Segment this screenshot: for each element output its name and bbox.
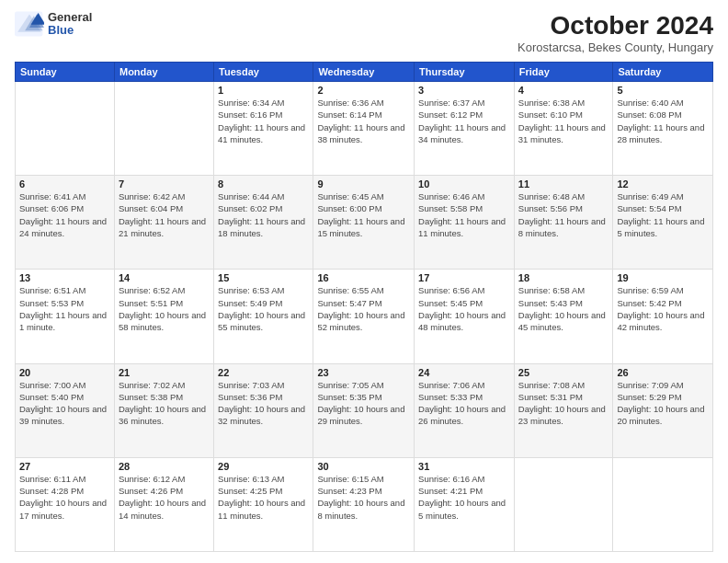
table-row: 18Sunrise: 6:58 AMSunset: 5:43 PMDayligh… (514, 270, 613, 363)
table-row: 7Sunrise: 6:42 AMSunset: 6:04 PMDaylight… (114, 176, 213, 270)
logo-general-text: General (48, 11, 92, 24)
table-row (613, 457, 713, 551)
day-number: 11 (518, 178, 609, 190)
day-info: Sunrise: 6:41 AMSunset: 6:06 PMDaylight:… (19, 190, 110, 239)
table-row: 24Sunrise: 7:06 AMSunset: 5:33 PMDayligh… (415, 363, 515, 457)
calendar-week-row: 6Sunrise: 6:41 AMSunset: 6:06 PMDaylight… (16, 176, 713, 270)
col-saturday: Saturday (613, 63, 713, 82)
day-number: 3 (418, 85, 510, 96)
day-number: 29 (218, 461, 309, 472)
day-info: Sunrise: 6:55 AMSunset: 5:47 PMDaylight:… (317, 284, 410, 333)
day-number: 7 (119, 178, 210, 190)
day-info: Sunrise: 7:09 AMSunset: 5:29 PMDaylight:… (617, 379, 709, 428)
day-info: Sunrise: 7:08 AMSunset: 5:31 PMDaylight:… (518, 379, 609, 428)
table-row: 4Sunrise: 6:38 AMSunset: 6:10 PMDaylight… (514, 82, 613, 176)
table-row: 21Sunrise: 7:02 AMSunset: 5:38 PMDayligh… (114, 363, 213, 457)
logo-icon (15, 11, 44, 37)
day-info: Sunrise: 6:44 AMSunset: 6:02 PMDaylight:… (218, 190, 309, 239)
table-row: 2Sunrise: 6:36 AMSunset: 6:14 PMDaylight… (313, 82, 415, 176)
table-row (514, 457, 613, 551)
table-row: 15Sunrise: 6:53 AMSunset: 5:49 PMDayligh… (214, 270, 313, 363)
main-title: October 2024 (518, 11, 713, 40)
day-number: 18 (518, 272, 609, 283)
table-row: 23Sunrise: 7:05 AMSunset: 5:35 PMDayligh… (313, 363, 415, 457)
day-number: 13 (19, 272, 110, 283)
day-number: 8 (218, 178, 309, 190)
day-info: Sunrise: 6:48 AMSunset: 5:56 PMDaylight:… (518, 190, 609, 239)
day-info: Sunrise: 6:36 AMSunset: 6:14 PMDaylight:… (317, 97, 410, 145)
day-number: 26 (617, 367, 709, 378)
day-number: 2 (317, 85, 410, 96)
table-row: 12Sunrise: 6:49 AMSunset: 5:54 PMDayligh… (613, 176, 713, 270)
day-number: 19 (617, 272, 709, 283)
table-row: 3Sunrise: 6:37 AMSunset: 6:12 PMDaylight… (415, 82, 515, 176)
table-row: 9Sunrise: 6:45 AMSunset: 6:00 PMDaylight… (313, 176, 415, 270)
day-number: 31 (418, 461, 510, 472)
day-info: Sunrise: 6:38 AMSunset: 6:10 PMDaylight:… (518, 97, 609, 145)
col-wednesday: Wednesday (313, 63, 415, 82)
day-info: Sunrise: 6:58 AMSunset: 5:43 PMDaylight:… (518, 284, 609, 333)
table-row: 19Sunrise: 6:59 AMSunset: 5:42 PMDayligh… (613, 270, 713, 363)
day-info: Sunrise: 6:42 AMSunset: 6:04 PMDaylight:… (119, 190, 210, 239)
day-info: Sunrise: 6:49 AMSunset: 5:54 PMDaylight:… (617, 190, 709, 239)
day-number: 20 (19, 367, 110, 378)
day-info: Sunrise: 6:52 AMSunset: 5:51 PMDaylight:… (119, 284, 210, 333)
day-info: Sunrise: 6:40 AMSunset: 6:08 PMDaylight:… (617, 97, 709, 145)
table-row: 27Sunrise: 6:11 AMSunset: 4:28 PMDayligh… (16, 457, 115, 551)
day-number: 12 (617, 178, 709, 190)
day-info: Sunrise: 6:11 AMSunset: 4:28 PMDaylight:… (19, 473, 110, 522)
day-info: Sunrise: 7:05 AMSunset: 5:35 PMDaylight:… (317, 379, 410, 428)
day-number: 14 (119, 272, 210, 283)
table-row: 10Sunrise: 6:46 AMSunset: 5:58 PMDayligh… (415, 176, 515, 270)
day-info: Sunrise: 6:46 AMSunset: 5:58 PMDaylight:… (418, 190, 510, 239)
table-row: 14Sunrise: 6:52 AMSunset: 5:51 PMDayligh… (114, 270, 213, 363)
calendar-header-row: Sunday Monday Tuesday Wednesday Thursday… (16, 63, 713, 82)
table-row: 25Sunrise: 7:08 AMSunset: 5:31 PMDayligh… (514, 363, 613, 457)
day-number: 15 (218, 272, 309, 283)
day-info: Sunrise: 6:59 AMSunset: 5:42 PMDaylight:… (617, 284, 709, 333)
day-info: Sunrise: 7:00 AMSunset: 5:40 PMDaylight:… (19, 379, 110, 428)
page: General Blue October 2024 Korostarcsa, B… (0, 0, 728, 563)
day-info: Sunrise: 6:37 AMSunset: 6:12 PMDaylight:… (418, 97, 510, 145)
table-row: 13Sunrise: 6:51 AMSunset: 5:53 PMDayligh… (16, 270, 115, 363)
table-row: 20Sunrise: 7:00 AMSunset: 5:40 PMDayligh… (16, 363, 115, 457)
day-number: 1 (218, 85, 309, 96)
table-row: 26Sunrise: 7:09 AMSunset: 5:29 PMDayligh… (613, 363, 713, 457)
header: General Blue October 2024 Korostarcsa, B… (15, 11, 713, 54)
day-info: Sunrise: 7:02 AMSunset: 5:38 PMDaylight:… (119, 379, 210, 428)
col-thursday: Thursday (415, 63, 515, 82)
calendar-table: Sunday Monday Tuesday Wednesday Thursday… (15, 62, 713, 552)
day-info: Sunrise: 6:56 AMSunset: 5:45 PMDaylight:… (418, 284, 510, 333)
table-row: 16Sunrise: 6:55 AMSunset: 5:47 PMDayligh… (313, 270, 415, 363)
col-monday: Monday (114, 63, 213, 82)
calendar-week-row: 13Sunrise: 6:51 AMSunset: 5:53 PMDayligh… (16, 270, 713, 363)
subtitle: Korostarcsa, Bekes County, Hungary (518, 40, 713, 54)
col-tuesday: Tuesday (214, 63, 313, 82)
table-row: 1Sunrise: 6:34 AMSunset: 6:16 PMDaylight… (214, 82, 313, 176)
day-number: 16 (317, 272, 410, 283)
table-row: 6Sunrise: 6:41 AMSunset: 6:06 PMDaylight… (16, 176, 115, 270)
logo-blue-text: Blue (48, 24, 92, 37)
table-row: 5Sunrise: 6:40 AMSunset: 6:08 PMDaylight… (613, 82, 713, 176)
day-number: 22 (218, 367, 309, 378)
day-info: Sunrise: 6:53 AMSunset: 5:49 PMDaylight:… (218, 284, 309, 333)
logo-text: General Blue (48, 11, 92, 38)
table-row: 11Sunrise: 6:48 AMSunset: 5:56 PMDayligh… (514, 176, 613, 270)
title-area: October 2024 Korostarcsa, Bekes County, … (518, 11, 713, 54)
day-info: Sunrise: 6:16 AMSunset: 4:21 PMDaylight:… (418, 473, 510, 522)
calendar-week-row: 27Sunrise: 6:11 AMSunset: 4:28 PMDayligh… (16, 457, 713, 551)
day-number: 5 (617, 85, 709, 96)
day-info: Sunrise: 6:51 AMSunset: 5:53 PMDaylight:… (19, 284, 110, 333)
table-row: 8Sunrise: 6:44 AMSunset: 6:02 PMDaylight… (214, 176, 313, 270)
calendar-body: 1Sunrise: 6:34 AMSunset: 6:16 PMDaylight… (16, 82, 713, 552)
table-row: 22Sunrise: 7:03 AMSunset: 5:36 PMDayligh… (214, 363, 313, 457)
day-number: 25 (518, 367, 609, 378)
day-info: Sunrise: 6:15 AMSunset: 4:23 PMDaylight:… (317, 473, 410, 522)
day-number: 23 (317, 367, 410, 378)
day-info: Sunrise: 6:13 AMSunset: 4:25 PMDaylight:… (218, 473, 309, 522)
day-number: 6 (19, 178, 110, 190)
day-number: 28 (119, 461, 210, 472)
col-friday: Friday (514, 63, 613, 82)
day-number: 17 (418, 272, 510, 283)
table-row (114, 82, 213, 176)
